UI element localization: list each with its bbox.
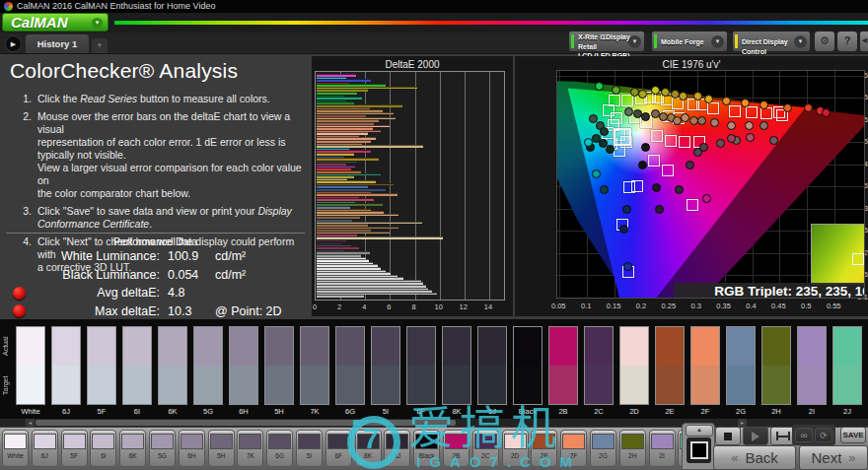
comparator-column: 5J [477,326,507,416]
actual-swatch [443,327,470,366]
color-comparator: Actual Target White6J5F6I6K5G6H5H7K6G5I6… [0,319,868,419]
comparator-column: White [16,326,45,416]
save-button[interactable]: SAVE [840,427,866,443]
target-swatch [88,366,115,404]
rainbow-divider [114,21,868,25]
patch-button-2d[interactable]: 2D [502,430,529,467]
patch-button-8k[interactable]: 8K [355,430,382,467]
comparator-scrollbar[interactable]: ◂ ▸ [0,419,868,427]
meter-profile-button[interactable]: ∞ [795,428,813,442]
patch-button-6g[interactable]: 6G [266,430,293,467]
new-tab-button[interactable]: + [92,38,108,53]
meter-status-bar [571,34,574,48]
back-button[interactable]: « Back [713,445,796,470]
target-swatch [833,366,861,404]
cie-measured-dot [822,108,831,117]
target-swatch [123,366,151,404]
swatch-label: 5G [193,407,223,416]
patch-button-2g[interactable]: 2G [590,430,616,467]
performance-row: Max deltaE:10.3@ Point: 2D [6,302,305,321]
patch-button-5i[interactable]: 5I [296,430,323,467]
comparator-column: 5G [193,326,223,416]
collapse-panel-icon[interactable]: ◀ [859,31,868,52]
settings-gear-icon[interactable]: ⚙ [814,31,835,52]
calman-logo-menu[interactable]: CalMAN ▼ [2,13,108,32]
patch-button-5h[interactable]: 5H [208,430,235,467]
comparator-column: 2D [619,326,649,416]
swatch-label: 6I [122,407,152,416]
cie-chart-title: CIE 1976 u'v' [515,59,868,70]
cie-target-square [648,155,660,167]
play-icon [752,432,760,441]
meter-dropdown[interactable]: X-Rite i1Display Retail LCD (LED RGB) ▼ [568,31,645,52]
patch-button-6k[interactable]: 6K [119,430,146,467]
refresh-button[interactable]: ⟳ [815,428,832,442]
actual-swatch [620,327,648,366]
swatch-label: 2I [797,407,827,416]
help-icon[interactable]: ? [836,31,858,52]
comparator-column: 2H [761,326,791,416]
patch-button-6h[interactable]: 6H [179,430,205,467]
cie-measured-dot [641,112,650,121]
play-button[interactable] [743,427,768,445]
scroll-left-icon[interactable]: ◂ [26,419,35,427]
target-swatch [585,366,613,404]
tab-history-1[interactable]: History 1 [26,34,89,53]
inset-target-square [852,253,864,265]
cie-measured-dot [622,205,631,214]
comparator-column: 2G [726,326,756,416]
patch-button-2h[interactable]: 2H [619,430,646,467]
patch-button-7k[interactable]: 7K [237,430,263,467]
stop-button[interactable] [715,427,741,445]
scroll-right-icon[interactable]: ▸ [738,419,747,427]
cie-measured-dot [584,138,593,147]
deltae-bar[interactable] [317,295,364,298]
next-button[interactable]: Next » [799,445,868,470]
target-swatch [727,366,755,404]
cie-measured-dot [651,86,660,95]
patch-button-2i[interactable]: 2I [649,430,676,467]
patch-button-2b[interactable]: 2B [443,430,470,467]
patch-button-6j[interactable]: 6J [32,430,58,467]
deltae-bars [317,74,503,298]
cie-measured-dot [783,103,792,112]
patch-button-5f[interactable]: 5F [61,430,88,467]
comparator-column: 6J [51,326,81,416]
window-title: CalMAN 2016 CalMAN Enthusiast for Home V… [17,0,215,13]
tab-scroll-button[interactable]: ▶ [5,35,22,52]
patch-button-white[interactable]: White [2,430,29,467]
patch-button-6i[interactable]: 6I [90,430,116,467]
calman-window: CalMAN 2016 CalMAN Enthusiast for Home V… [0,0,868,470]
target-swatch [407,366,435,404]
current-patch-button[interactable] [687,437,711,463]
cie-measured-dot [704,95,713,103]
swatch-label: 5H [264,407,294,416]
target-swatch [372,366,399,404]
cie-tooltip: RGB Triplet: 235, 235, 16 deltaE: 6.9 [674,283,865,299]
target-swatch [159,366,186,404]
patch-button-2e[interactable]: 2E [531,430,557,467]
swatch-label: White [16,407,45,416]
actual-swatch [407,327,435,366]
chevron-down-icon: ▼ [628,35,641,48]
next-chevron-icon: » [848,450,855,465]
source-dropdown[interactable]: Mobile Forge ▼ [651,31,728,52]
actual-swatch [159,327,186,366]
actual-swatch [336,327,364,366]
patch-button-5g[interactable]: 5G [149,430,176,467]
patch-button-5j[interactable]: 5J [384,430,410,467]
cie-measured-dot [722,97,731,105]
patch-button-black[interactable]: Black [413,430,440,467]
comparator-column: 6F [406,326,436,416]
next-label: Next [811,449,841,466]
comparator-column: 2E [655,326,685,416]
cie-target-square [631,180,643,192]
patch-button-6f[interactable]: 6F [326,430,352,467]
scrollbar-handle[interactable] [36,420,456,426]
patch-button-2f[interactable]: 2F [560,430,587,467]
comparator-column: 6K [158,326,187,416]
expand-panel-button[interactable]: ▲ [686,425,713,436]
patch-button-2c[interactable]: 2C [472,430,499,467]
display-control-dropdown[interactable]: Direct Display Control ▼ [732,31,811,52]
target-swatch [336,366,364,404]
